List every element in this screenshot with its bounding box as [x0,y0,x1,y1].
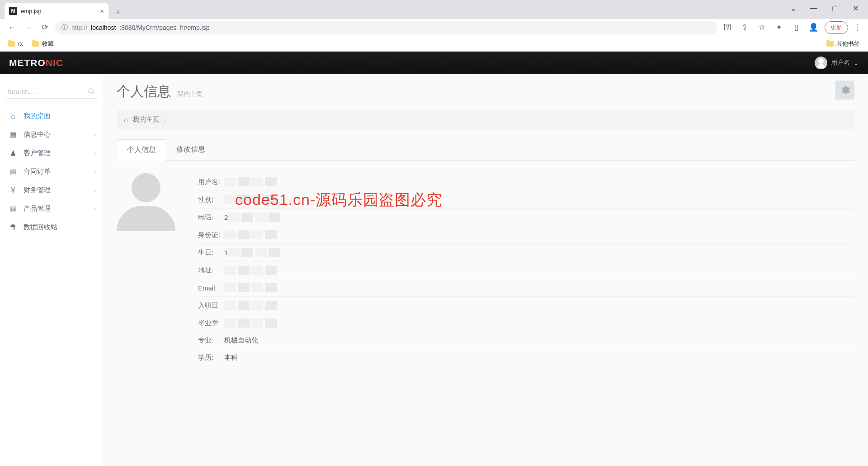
field-row: 学历:本科 [198,349,854,366]
field-value: 1 [224,249,228,257]
menu-icon[interactable]: ⋮ [854,23,862,33]
chevron-down-icon: ⌄ [854,59,859,67]
profile-icon[interactable]: 👤 [807,22,819,33]
search-input[interactable] [6,85,97,99]
tab-personal-info[interactable]: 个人信息 [117,139,166,161]
folder-icon [826,41,834,47]
trash-icon: 🗑 [8,223,18,232]
app-header: METRONIC 用户名 ⌄ [0,52,868,74]
settings-button[interactable] [835,81,854,100]
page-header: 个人信息 我的主页 [117,82,854,101]
info-center-icon: ▦ [8,130,18,139]
field-row: 电话:2 [198,209,854,226]
app-logo[interactable]: METRONIC [9,57,63,68]
chevron-right-icon: › [164,116,166,124]
sidebar-item-customer[interactable]: ♟客户管理‹ [0,144,103,162]
user-label: 用户名 [831,59,850,67]
sidebar-item-contract[interactable]: ▤合同订单‹ [0,162,103,181]
book-icon: ▤ [8,167,18,176]
field-row: 毕业学 [198,314,854,332]
extensions-icon[interactable]: ✦ [773,22,785,33]
redacted-value [224,266,277,275]
update-button[interactable]: 更新 [825,21,848,34]
panel-icon[interactable]: ▯ [790,22,802,33]
profile-panel: code51.cn-源码乐园盗图必究 用户名:性别:电话:2身份证:生日:1地址… [117,173,854,366]
field-row: 专业:机械自动化 [198,332,854,349]
chevron-left-icon: ‹ [94,131,96,138]
avatar-icon [815,57,827,69]
sidebar-item-finance[interactable]: ¥财务管理‹ [0,181,103,200]
home-icon: ⌂ [8,112,18,120]
field-row: Email: [198,279,854,297]
user-menu[interactable]: 用户名 ⌄ [815,57,859,69]
reload-icon[interactable]: ⟳ [39,22,51,33]
sidebar-item-info[interactable]: ▦信息中心‹ [0,125,103,144]
key-icon[interactable]: ⚿ [722,22,733,33]
field-row: 入职日 [198,297,854,314]
back-icon[interactable]: ← [6,22,18,33]
field-row: 生日:1 [198,244,854,262]
star-icon[interactable]: ☆ [756,22,768,33]
info-icon: ⓘ [61,24,68,32]
search-icon[interactable] [88,88,95,95]
bookmark-item[interactable]: rx [8,40,23,47]
window-maximize-icon[interactable]: ◻ [825,1,844,15]
folder-icon [8,41,15,47]
window-minimize-icon[interactable]: — [804,1,824,15]
field-label: 入职日 [198,301,224,310]
sidebar-item-recycle[interactable]: 🗑数据回收站 [0,218,103,237]
chevron-left-icon: ‹ [94,205,96,212]
field-row: 地址: [198,262,854,279]
profile-fields: code51.cn-源码乐园盗图必究 用户名:性别:电话:2身份证:生日:1地址… [198,173,854,366]
other-bookmarks[interactable]: 其他书签 [826,40,860,48]
person-icon: ♟ [8,149,18,157]
url-host: localhost [91,24,116,31]
avatar-placeholder-icon [117,173,175,232]
url-path: :8080/MyCrm/pages_hr/emp.jsp [119,24,209,31]
sidebar-item-product[interactable]: ▦产品管理‹ [0,200,103,218]
bookmarks-bar: rx 收藏 其他书签 [0,36,868,52]
search-box [6,85,97,99]
share-icon[interactable]: ⇪ [739,22,750,33]
field-label: 地址: [198,266,224,275]
address-bar[interactable]: ⓘ http://localhost:8080/MyCrm/pages_hr/e… [55,21,717,34]
url-scheme: http:// [71,24,87,31]
tabs: 个人信息 修改信息 [117,139,854,161]
chevron-left-icon: ‹ [94,150,96,157]
field-label: 毕业学 [198,319,224,328]
breadcrumb-item[interactable]: 我的主页 [132,115,160,124]
field-value: 机械自动化 [224,336,258,345]
redacted-value [224,319,277,328]
field-label: 生日: [198,248,224,257]
redacted-value [228,248,280,257]
grid-icon: ▦ [8,204,18,213]
chevron-left-icon: ‹ [94,187,96,194]
field-label: 性别: [198,195,224,204]
redacted-value [224,195,277,204]
tab-title: emp.jsp [21,8,42,14]
forward-icon[interactable]: → [23,22,34,33]
window-close-icon[interactable]: ✕ [845,1,865,15]
home-icon[interactable]: ⌂ [124,116,128,124]
bookmark-item[interactable]: 收藏 [32,40,54,48]
favicon: M [9,7,17,15]
new-tab-button[interactable]: + [111,5,125,19]
portrait [117,173,180,366]
field-row: 用户名: [198,173,854,191]
page-subtitle: 我的主页 [177,90,203,98]
sidebar-item-desktop[interactable]: ⌂我的桌面 [0,107,103,125]
folder-icon [32,41,39,47]
browser-tab[interactable]: M emp.jsp × [5,3,108,19]
field-label: 身份证: [198,231,224,239]
field-label: 电话: [198,213,224,222]
breadcrumb: ⌂ 我的主页 › [117,110,854,129]
field-row: 身份证: [198,226,854,244]
svg-line-1 [92,92,94,94]
tab-close-icon[interactable]: × [100,7,104,15]
field-value: 本科 [224,353,238,362]
field-value: 2 [224,214,228,221]
chevron-down-icon[interactable]: ⌄ [783,1,803,15]
field-label: 用户名: [198,178,224,186]
svg-point-0 [89,89,93,93]
tab-edit-info[interactable]: 修改信息 [166,139,215,160]
